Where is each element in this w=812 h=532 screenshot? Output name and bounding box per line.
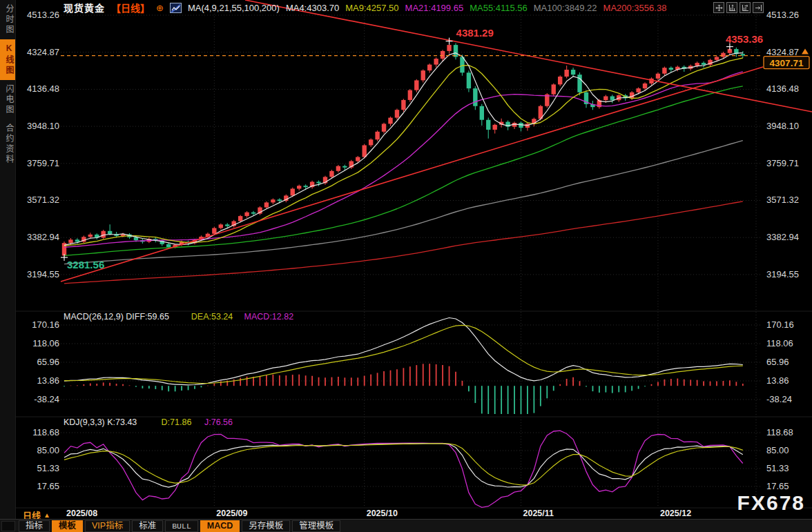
chart-type-sidebar: 分时图 K线图 闪电图 合约资料 — [0, 0, 16, 519]
tab-vip-indicators[interactable]: VIP指标 — [85, 520, 130, 532]
ma200-value: MA200:3556.38 — [603, 3, 667, 13]
scroll-right-icon[interactable] — [740, 2, 751, 13]
ma55-value: MA55:4115.56 — [470, 3, 528, 13]
ma21-value: MA21:4199.65 — [405, 3, 464, 13]
chart-text: 85.00 — [766, 445, 789, 455]
chart-text: 4307.71 — [770, 58, 804, 68]
chart-text: 170.16 — [766, 319, 794, 330]
chart-text: 3382.94 — [766, 232, 799, 242]
toolbar-corner-button[interactable] — [1, 521, 15, 531]
chart-text: 4136.48 — [27, 83, 59, 94]
zoom-range-icon[interactable] — [726, 2, 737, 13]
chart-text: 3948.10 — [27, 121, 59, 131]
chart-text: 2025/12 — [660, 509, 691, 518]
chart-text: 4513.26 — [27, 10, 59, 20]
tab-manage-template[interactable]: 管理模板 — [292, 520, 340, 532]
chart-text: 3759.71 — [766, 158, 799, 168]
chart-text: -38.24 — [34, 394, 59, 404]
period-label[interactable]: 【日线】 — [111, 1, 150, 14]
chart-legend-header: 现货黄金 【日线】 ⊕ MA(4,9,21,55,100,200) MA4:43… — [64, 1, 666, 14]
sidebar-item-kline[interactable]: K线图 — [0, 39, 15, 80]
chart-text: 3382.94 — [27, 232, 59, 242]
ma9-value: MA9:4257.50 — [345, 3, 398, 13]
bottom-toolbar: 指标 模板 VIP指标 标准 BULL MACD 另存模板 管理模板 — [0, 519, 812, 532]
tab-standard[interactable]: 标准 — [132, 520, 163, 532]
chart-text: -38.24 — [766, 394, 792, 404]
goto-latest-icon[interactable] — [753, 2, 764, 13]
chart-text: 3571.32 — [27, 195, 59, 205]
chart-text: 13.86 — [766, 375, 789, 386]
chart-text: 118.06 — [32, 338, 59, 348]
chart-text: 51.33 — [37, 463, 59, 473]
tab-save-template[interactable]: 另存模板 — [242, 520, 290, 532]
symbol-title: 现货黄金 — [64, 1, 105, 14]
chart-text: 17.65 — [766, 481, 789, 491]
chart-text: 3194.55 — [27, 269, 59, 279]
chart-text: 85.00 — [37, 445, 59, 455]
circle-plus-icon[interactable]: ⊕ — [156, 3, 164, 12]
fx678-watermark: FX678 — [737, 491, 805, 515]
chart-text: 4324.87 — [27, 47, 59, 57]
tab-macd[interactable]: MACD — [200, 520, 240, 532]
tab-bull[interactable]: BULL — [165, 520, 198, 532]
chart-toolbar-icons — [713, 2, 764, 13]
chart-application: 4513.264513.264324.874324.874136.484136.… — [0, 0, 812, 532]
chart-text: 118.68 — [766, 427, 793, 437]
chart-text: 51.33 — [766, 463, 789, 473]
tab-template[interactable]: 模板 — [52, 520, 83, 532]
tab-indicators[interactable]: 指标 — [19, 520, 50, 532]
sidebar-item-flash[interactable]: 闪电图 — [0, 80, 15, 119]
chart-text: 170.16 — [32, 319, 59, 330]
sidebar-item-timeline[interactable]: 分时图 — [0, 0, 15, 39]
sidebar-item-contract-info[interactable]: 合约资料 — [0, 119, 15, 169]
ma-settings-label: MA(4,9,21,55,100,200) — [188, 3, 280, 13]
chart-text: 3759.71 — [27, 158, 59, 168]
pan-tool-icon[interactable] — [713, 2, 724, 13]
chart-text: 3948.10 — [766, 121, 799, 131]
chart-text: 2025/09 — [216, 509, 247, 518]
chart-text: 2025/08 — [66, 509, 97, 518]
chart-text: 2025/10 — [367, 509, 398, 518]
chart-text: 13.86 — [37, 375, 59, 386]
chart-text: 2025/11 — [523, 509, 554, 518]
chart-text: 118.06 — [766, 338, 793, 348]
chart-text: 4513.26 — [766, 10, 799, 20]
timeframe-arrow-icon: ▲ — [44, 511, 50, 519]
chart-text: 17.65 — [37, 481, 59, 491]
chart-text: 118.68 — [32, 427, 59, 437]
chart-plot-area[interactable] — [61, 4, 762, 508]
chart-text: 65.96 — [37, 357, 59, 367]
x-axis-labels: 2025/082025/092025/102025/112025/12 — [66, 509, 691, 518]
mini-chart-icon[interactable] — [170, 3, 182, 13]
chart-text: 3571.32 — [766, 195, 799, 205]
chart-text: 4136.48 — [766, 83, 799, 94]
ma4-value: MA4:4303.70 — [286, 3, 339, 13]
chart-text: 3194.55 — [766, 269, 799, 279]
ma100-value: MA100:3849.22 — [534, 3, 597, 13]
chart-text: 65.96 — [766, 357, 789, 367]
chart-text: 4324.87 — [766, 47, 799, 57]
chart-canvas: 4513.264513.264324.874324.874136.484136.… — [0, 0, 812, 519]
